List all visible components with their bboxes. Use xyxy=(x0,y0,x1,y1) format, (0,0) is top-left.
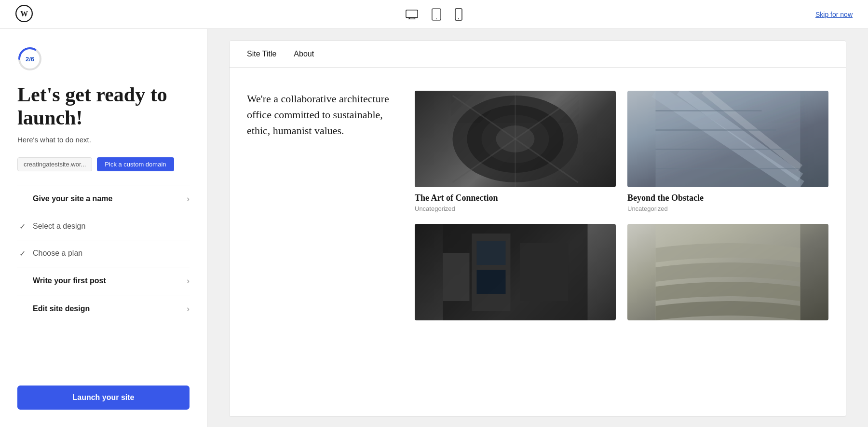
svg-point-9 xyxy=(458,18,459,19)
preview-area: Site Title About We're a collaborative a… xyxy=(207,29,868,427)
svg-rect-2 xyxy=(406,10,418,17)
preview-description: We're a collaborative architecture offic… xyxy=(247,91,392,138)
domain-row: creatingatestsite.wor... Pick a custom d… xyxy=(17,157,190,171)
desktop-icon[interactable] xyxy=(404,7,420,22)
step-label: Select a design xyxy=(33,222,85,231)
step-give-site-name[interactable]: Give your site a name › xyxy=(17,185,190,213)
step-edit-site-design[interactable]: Edit site design › xyxy=(17,295,190,323)
svg-rect-23 xyxy=(656,110,762,111)
sidebar: 2/6 Let's get ready to launch! Here's wh… xyxy=(0,29,207,427)
page-subtitle: Here's what to do next. xyxy=(17,136,190,144)
step-label: Give your site a name xyxy=(33,194,112,203)
progress-label: 2/6 xyxy=(26,55,34,63)
device-toggle-group xyxy=(404,6,464,23)
chevron-right-icon: › xyxy=(187,276,190,286)
card-category-1: Uncategorized xyxy=(415,205,616,212)
site-preview: Site Title About We're a collaborative a… xyxy=(229,41,846,417)
step-select-design[interactable]: ✓ Select a design xyxy=(17,213,190,240)
step-write-first-post[interactable]: Write your first post › xyxy=(17,267,190,295)
mobile-icon[interactable] xyxy=(453,6,464,23)
svg-rect-29 xyxy=(520,243,569,301)
wp-logo: W xyxy=(15,5,33,24)
card-image-4 xyxy=(627,224,828,320)
svg-rect-31 xyxy=(477,241,506,265)
preview-nav: Site Title About xyxy=(230,41,846,68)
launch-site-button[interactable]: Launch your site xyxy=(17,386,190,410)
svg-rect-26 xyxy=(656,168,800,169)
progress-section: 2/6 xyxy=(17,46,190,71)
card-title-2: Beyond the Obstacle xyxy=(627,193,828,203)
step-label: Write your first post xyxy=(33,276,106,285)
preview-card-3 xyxy=(415,224,616,326)
svg-point-7 xyxy=(436,18,437,19)
preview-card-4 xyxy=(627,224,828,326)
card-category-2: Uncategorized xyxy=(627,205,828,212)
svg-rect-24 xyxy=(656,129,776,131)
skip-for-now-button[interactable]: Skip for now xyxy=(815,11,853,18)
chevron-right-icon: › xyxy=(187,194,190,204)
step-left: ✓ Choose a plan xyxy=(17,249,82,258)
card-image-3 xyxy=(415,224,616,320)
nav-about[interactable]: About xyxy=(294,50,314,58)
svg-rect-30 xyxy=(443,253,470,301)
checkmark-icon: ✓ xyxy=(17,222,27,231)
preview-cards-grid: The Art of Connection Uncategorized xyxy=(415,91,828,326)
preview-content: We're a collaborative architecture offic… xyxy=(230,68,846,344)
preview-text-column: We're a collaborative architecture offic… xyxy=(247,91,392,326)
step-left: Give your site a name xyxy=(17,194,112,203)
step-choose-plan[interactable]: ✓ Choose a plan xyxy=(17,240,190,267)
chevron-right-icon: › xyxy=(187,304,190,314)
step-label: Choose a plan xyxy=(33,249,82,258)
preview-card-2: Beyond the Obstacle Uncategorized xyxy=(627,91,828,212)
step-left: ✓ Select a design xyxy=(17,222,85,231)
card-image-1 xyxy=(415,91,616,187)
step-left: Edit site design xyxy=(17,304,90,313)
main-layout: 2/6 Let's get ready to launch! Here's wh… xyxy=(0,29,868,427)
card-title-1: The Art of Connection xyxy=(415,193,616,203)
pick-custom-domain-button[interactable]: Pick a custom domain xyxy=(97,157,174,171)
preview-card-1: The Art of Connection Uncategorized xyxy=(415,91,616,212)
progress-circle: 2/6 xyxy=(17,46,42,71)
page-title: Let's get ready to launch! xyxy=(17,83,190,130)
tablet-icon[interactable] xyxy=(430,6,443,23)
steps-list: Give your site a name › ✓ Select a desig… xyxy=(17,185,190,372)
svg-text:W: W xyxy=(20,9,28,17)
nav-site-title[interactable]: Site Title xyxy=(247,50,276,58)
step-label: Edit site design xyxy=(33,304,90,313)
topbar: W Skip for now xyxy=(0,0,868,29)
step-left: Write your first post xyxy=(17,276,106,285)
svg-rect-32 xyxy=(477,270,506,294)
card-image-2 xyxy=(627,91,828,187)
domain-display: creatingatestsite.wor... xyxy=(17,157,92,171)
svg-rect-25 xyxy=(656,149,791,150)
checkmark-icon: ✓ xyxy=(17,249,27,258)
